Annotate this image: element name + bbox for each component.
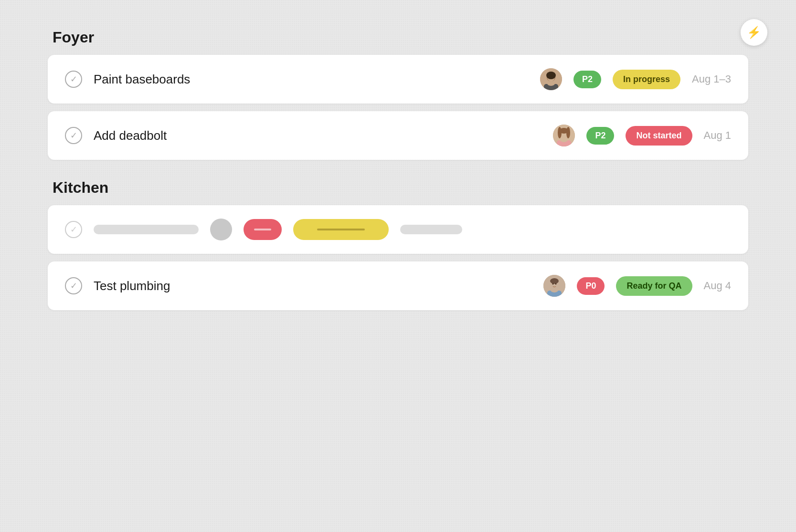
avatar-placeholder <box>210 219 232 240</box>
priority-badge: P2 <box>573 71 601 88</box>
check-icon: ✓ <box>65 277 82 294</box>
svg-point-17 <box>550 278 559 284</box>
date-text: Aug 1 <box>704 129 732 142</box>
date-text: Aug 1–3 <box>692 73 731 85</box>
avatar <box>553 125 575 146</box>
lightning-icon: ⚡ <box>747 26 761 39</box>
lightning-button[interactable]: ⚡ <box>741 19 767 46</box>
priority-badge-blurred <box>244 219 282 240</box>
svg-point-11 <box>559 128 569 134</box>
svg-point-5 <box>547 81 555 86</box>
date-text: Aug 4 <box>704 280 732 292</box>
foyer-title: Foyer <box>53 29 748 46</box>
priority-badge: P0 <box>577 277 605 295</box>
task-kitchen-blurred[interactable]: ✓ <box>48 205 748 254</box>
svg-point-3 <box>546 72 556 79</box>
svg-point-19 <box>551 288 558 292</box>
task-name: Test plumbing <box>94 279 532 293</box>
status-badge: In progress <box>613 70 680 89</box>
check-icon: ✓ <box>65 127 82 144</box>
task-name: Paint baseboards <box>94 72 529 87</box>
svg-point-21 <box>555 283 557 285</box>
priority-badge: P2 <box>586 127 614 145</box>
main-content: Foyer ✓ Paint baseboards P2 In progress … <box>48 29 748 310</box>
status-badge: Not started <box>626 126 692 146</box>
task-name: Add deadbolt <box>94 128 541 143</box>
check-icon: ✓ <box>65 221 82 238</box>
svg-point-20 <box>552 283 554 285</box>
svg-point-13 <box>560 137 568 142</box>
status-badge: Ready for QA <box>616 276 692 296</box>
task-test-plumbing[interactable]: ✓ Test plumbing P0 Ready for QA Aug 4 <box>48 261 748 310</box>
foyer-section: Foyer ✓ Paint baseboards P2 In progress … <box>48 29 748 160</box>
kitchen-section: Kitchen ✓ ✓ Test plumbing <box>48 179 748 310</box>
task-add-deadbolt[interactable]: ✓ Add deadbolt P2 Not started Aug 1 <box>48 111 748 160</box>
status-badge-blurred <box>293 219 389 240</box>
check-icon: ✓ <box>65 71 82 88</box>
kitchen-title: Kitchen <box>53 179 748 197</box>
task-name-blurred <box>94 225 199 234</box>
date-text-blurred <box>400 225 462 234</box>
avatar <box>543 275 565 297</box>
avatar <box>540 68 562 90</box>
task-paint-baseboards[interactable]: ✓ Paint baseboards P2 In progress Aug 1–… <box>48 55 748 104</box>
